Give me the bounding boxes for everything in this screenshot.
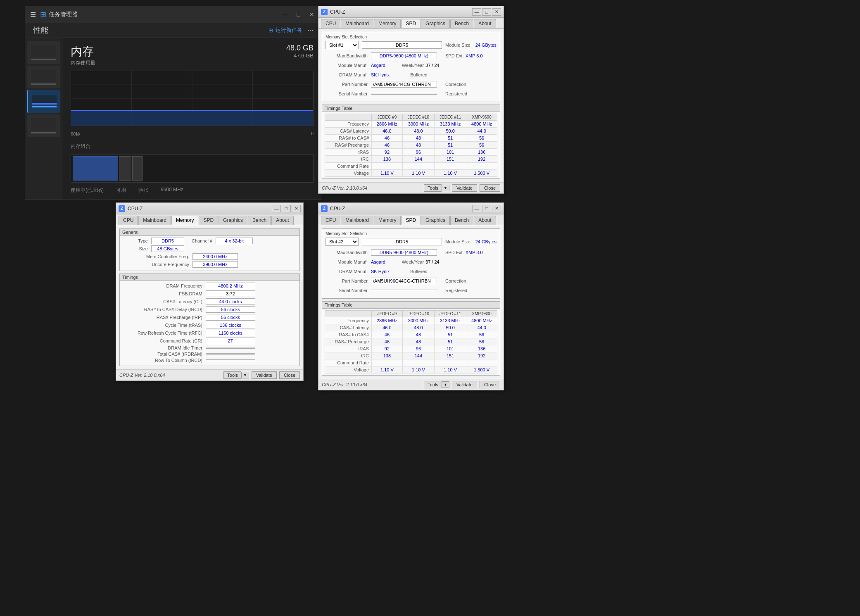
run-task-btn[interactable]: ⊞ 运行新任务 (268, 26, 302, 34)
mem-tab-spd[interactable]: SPD (199, 216, 218, 225)
minimize-btn[interactable]: — (280, 10, 290, 19)
br-col-xmp: XMP-9600 (466, 311, 497, 317)
trcd-value: 56 clocks (206, 306, 255, 313)
tab-cpu[interactable]: CPU (321, 19, 340, 28)
mem-tab-graphics[interactable]: Graphics (219, 216, 247, 225)
br-serial-label: Serial Number (325, 288, 371, 293)
table-cell (372, 359, 403, 366)
sidebar-item-4[interactable] (27, 114, 60, 137)
br-slot-select[interactable]: Slot #1 Slot #2 Slot #3 Slot #4 (325, 238, 359, 246)
table-cell: 144 (402, 352, 434, 359)
table-cell: 1.500 V (466, 366, 497, 373)
table-cell: 56 (466, 338, 497, 345)
module-size-label: Module Size (445, 43, 470, 48)
mem-tab-bench[interactable]: Bench (248, 216, 271, 225)
cpuz-top-win-controls: — □ ✕ (472, 8, 501, 16)
mem-tools-arrow[interactable]: ▼ (241, 372, 249, 378)
tab-spd[interactable]: SPD (401, 19, 420, 28)
br-tab-mainboard[interactable]: Mainboard (341, 216, 373, 225)
tab-about[interactable]: About (474, 19, 496, 28)
cpuz-spd-top-window: Z CPU-Z — □ ✕ CPU Mainboard Memory SPD G… (318, 6, 504, 194)
br-tab-spd[interactable]: SPD (401, 216, 420, 225)
br-validate-btn[interactable]: Validate (452, 381, 477, 388)
close-footer-btn[interactable]: Close (480, 184, 500, 192)
sidebar-item-memory[interactable] (27, 90, 60, 113)
table-cell: tRAS (325, 345, 372, 352)
label-used: 使用中(已压缩) (71, 187, 104, 194)
cr-row: Command Rate (CR) 2T (123, 338, 296, 344)
cpuz-br-maximize[interactable]: □ (482, 205, 491, 212)
dram-freq-value: 4800.2 MHz (206, 283, 255, 289)
cpuz-mem-maximize[interactable]: □ (282, 205, 291, 212)
br-tab-memory[interactable]: Memory (374, 216, 401, 225)
br-module-size-value: 24 GBytes (475, 239, 497, 244)
table-cell: 101 (435, 149, 466, 156)
mem-tab-mainboard[interactable]: Mainboard (138, 216, 171, 225)
br-tab-bench[interactable]: Bench (450, 216, 473, 225)
mem-validate-btn[interactable]: Validate (252, 371, 277, 379)
br-registered-label: Registered (445, 288, 467, 293)
close-btn[interactable]: ✕ (307, 10, 317, 19)
cpuz-mem-bottom-window: Z CPU-Z — □ ✕ CPU Mainboard Memory SPD G… (116, 202, 304, 381)
br-timings-table: JEDEC #9 JEDEC #10 JEDEC #11 XMP-9600 Fr… (325, 310, 497, 373)
br-tab-cpu[interactable]: CPU (321, 216, 340, 225)
size-row: Size 48 GBytes (123, 245, 296, 252)
slot-select[interactable]: Slot #1 Slot #2 Slot #3 Slot #4 (325, 41, 359, 49)
svg-rect-6 (71, 110, 313, 126)
hamburger-icon[interactable]: ☰ (30, 11, 36, 19)
table-row: tRC138144151192 (325, 352, 497, 359)
br-col-empty (325, 311, 372, 317)
mem-timings-title: Timings (120, 274, 299, 281)
br-tools-btn[interactable]: Tools (424, 381, 442, 388)
trcd-row: RAS# to CAS# Delay (tRCD) 56 clocks (123, 306, 296, 313)
cpuz-top-close[interactable]: ✕ (492, 8, 501, 16)
sidebar-item-2[interactable] (27, 66, 60, 88)
tm-main: 内存 内存使用量 48.0 GB 47.6 GB (62, 38, 322, 200)
cpuz-top-maximize[interactable]: □ (482, 8, 491, 16)
table-cell: tRC (325, 156, 372, 163)
tools-btn[interactable]: Tools (424, 184, 442, 192)
tab-graphics[interactable]: Graphics (421, 19, 450, 28)
tab-mainboard[interactable]: Mainboard (341, 19, 373, 28)
br-tab-about[interactable]: About (474, 216, 496, 225)
sidebar-item-1[interactable] (27, 41, 60, 64)
cpuz-mem-minimize[interactable]: — (272, 205, 281, 212)
cpuz-mem-close[interactable]: ✕ (292, 205, 301, 212)
tab-bench[interactable]: Bench (450, 19, 473, 28)
composition-label: 内存组合 (71, 143, 314, 150)
mem-tab-cpu[interactable]: CPU (119, 216, 138, 225)
maximize-btn[interactable]: □ (295, 10, 303, 19)
timings-group: Timings Table JEDEC #9 JEDEC #10 JEDEC #… (322, 105, 500, 179)
label-available: 可用 (116, 187, 126, 194)
cpuz-br-minimize[interactable]: — (472, 205, 481, 212)
mem-tools-btn[interactable]: Tools (223, 371, 241, 379)
br-dram-manuf-row: DRAM Manuf. SK Hynix Buffered (325, 267, 497, 276)
more-btn[interactable]: ··· (307, 26, 314, 35)
mem-tab-about[interactable]: About (271, 216, 293, 225)
br-dram-manuf-label: DRAM Manuf. (325, 269, 371, 274)
task-manager-window: ☰ ⊞ 任务管理器 — □ ✕ 性能 ⊞ 运行新任务 ··· (25, 6, 322, 200)
cpuz-mem-body: General Type DDR5 Channel # 4 x 32-bit S… (116, 225, 303, 369)
table-cell: 48.0 (402, 128, 434, 135)
part-value: /AM5UH96C44CG-CTHRBN (371, 81, 437, 88)
tools-arrow[interactable]: ▼ (442, 185, 449, 191)
cpuz-top-minimize[interactable]: — (472, 8, 481, 16)
mem-tools-group: Tools ▼ (223, 371, 249, 379)
validate-btn[interactable]: Validate (452, 184, 477, 192)
tm-toolbar: 性能 ⊞ 运行新任务 ··· (25, 23, 322, 38)
table-cell: 144 (402, 156, 434, 163)
cpuz-br-tabs: CPU Mainboard Memory SPD Graphics Bench … (318, 214, 504, 225)
cpuz-br-win-controls: — □ ✕ (472, 205, 501, 212)
mem-tab-memory[interactable]: Memory (171, 216, 198, 225)
tab-memory[interactable]: Memory (374, 19, 401, 28)
br-tab-graphics[interactable]: Graphics (421, 216, 450, 225)
trp-value: 56 clocks (206, 314, 255, 321)
table-cell: 48.0 (402, 324, 434, 331)
br-tools-arrow[interactable]: ▼ (442, 381, 449, 388)
mem-close-btn[interactable]: Close (279, 371, 300, 379)
br-slot-label: Memory Slot Selection (325, 231, 497, 236)
br-close-btn[interactable]: Close (480, 381, 500, 388)
cpuz-top-titlebar: Z CPU-Z — □ ✕ (318, 6, 504, 18)
module-type: DDR5 (362, 41, 442, 49)
cpuz-br-close[interactable]: ✕ (492, 205, 501, 212)
